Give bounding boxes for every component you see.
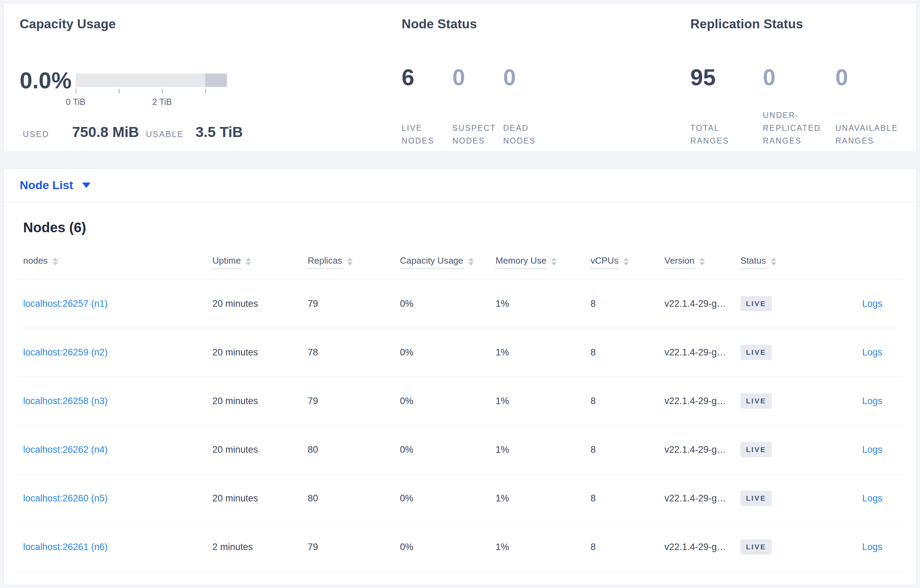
replicas-cell: 80 [308,493,400,504]
under-replicated-ranges-stat: 0 UNDER-REPLICATED RANGES [763,65,826,147]
logs-link[interactable]: Logs [862,396,882,406]
stat-label: UNDER-REPLICATED RANGES [763,109,826,147]
capacity-bar-tail [205,73,227,87]
capacity-usage-cell: 0% [400,444,496,455]
vcpus-cell: 8 [591,444,664,455]
status-badge: LIVE [740,491,772,506]
capacity-usage-title: Capacity Usage [20,17,382,31]
replicas-cell: 79 [308,299,400,309]
memory-use-cell: 1% [496,542,591,552]
stat-label: SUSPECT NODES [452,122,498,147]
table-row: localhost:26260 (n5) 20 minutes 80 0% 1%… [17,474,903,523]
usable-label: USABLE [146,129,184,139]
used-value: 750.8 MiB [72,124,139,141]
uptime-cell: 20 minutes [212,347,308,358]
capacity-usage-cell: 0% [400,542,496,552]
chevron-down-icon [82,183,91,188]
usable-value: 3.5 TiB [196,124,243,141]
replication-status-title: Replication Status [690,17,803,31]
stat-label: UNAVAILABLE RANGES [836,122,898,147]
uptime-cell: 20 minutes [212,299,308,309]
stat-value: 6 [402,65,447,89]
column-header-replicas[interactable]: Replicas [308,255,400,269]
replicas-cell: 79 [308,396,400,407]
view-selector-bar: Node List [4,169,916,202]
table-row: localhost:26257 (n1) 20 minutes 79 0% 1%… [17,279,903,328]
sort-icon [624,258,629,265]
memory-use-cell: 1% [496,347,591,358]
column-header-memory-use[interactable]: Memory Use [496,255,591,269]
column-header-version[interactable]: Version [664,255,740,269]
node-link[interactable]: localhost:26259 (n2) [23,347,108,357]
suspect-nodes-stat: 0 SUSPECT NODES [452,65,498,147]
status-badge: LIVE [740,540,772,554]
replication-status-section: Replication Status 95 TOTAL RANGES 0 UND… [690,17,803,31]
total-ranges-stat: 95 TOTAL RANGES [690,65,753,147]
column-header-uptime[interactable]: Uptime [212,255,308,269]
vcpus-cell: 8 [591,299,664,309]
sort-icon [52,258,58,265]
view-selector[interactable]: Node List [20,178,91,192]
table-row: localhost:26259 (n2) 20 minutes 78 0% 1%… [17,328,903,377]
node-link[interactable]: localhost:26262 (n4) [23,444,108,455]
table-row: localhost:26258 (n3) 20 minutes 79 0% 1%… [17,377,903,425]
memory-use-cell: 1% [496,444,591,455]
logs-link[interactable]: Logs [862,542,882,552]
logs-link[interactable]: Logs [862,444,882,455]
column-header-capacity-usage[interactable]: Capacity Usage [400,255,496,269]
logs-link[interactable]: Logs [862,347,882,357]
version-cell: v22.1.4-29-g… [664,347,740,358]
version-cell: v22.1.4-29-g… [664,396,740,407]
sort-icon [771,258,776,265]
sort-icon [347,258,353,265]
capacity-bar [76,73,227,87]
dead-nodes-stat: 0 DEAD NODES [503,65,548,147]
uptime-cell: 20 minutes [212,396,308,407]
node-list-panel: Node List Nodes (6) nodes Uptime Replica… [3,168,917,585]
unavailable-ranges-stat: 0 UNAVAILABLE RANGES [836,65,898,147]
column-header-vcpus[interactable]: vCPUs [591,255,664,269]
version-cell: v22.1.4-29-g… [664,493,740,504]
column-header-status[interactable]: Status [740,255,828,269]
replicas-cell: 80 [308,444,400,455]
node-link[interactable]: localhost:26261 (n6) [23,542,108,552]
vcpus-cell: 8 [591,347,664,358]
table-row: localhost:26262 (n4) 20 minutes 80 0% 1%… [17,425,903,474]
logs-link[interactable]: Logs [862,493,882,504]
vcpus-cell: 8 [591,493,664,504]
node-link[interactable]: localhost:26260 (n5) [23,493,108,504]
version-cell: v22.1.4-29-g… [664,444,740,455]
node-link[interactable]: localhost:26258 (n3) [23,396,108,406]
gauge-tick [162,89,163,94]
node-status-section: Node Status 6 LIVE NODES 0 SUSPECT NODES… [402,17,477,31]
stat-value: 0 [503,65,548,89]
column-header-nodes[interactable]: nodes [23,255,212,269]
gauge-tick-label: 0 TiB [66,97,86,107]
stat-label: TOTAL RANGES [690,122,753,147]
capacity-gauge: 0 TiB 2 TiB [76,67,227,94]
used-label: USED [23,129,49,139]
gauge-tick [119,89,120,94]
sort-icon [551,258,557,265]
capacity-usage-cell: 0% [400,493,496,504]
table-row: localhost:26261 (n6) 2 minutes 79 0% 1% … [17,523,903,572]
nodes-table-title: Nodes (6) [23,220,903,235]
memory-use-cell: 1% [496,493,591,504]
node-status-title: Node Status [402,17,477,31]
uptime-cell: 2 minutes [212,542,308,552]
status-badge: LIVE [740,345,772,360]
stat-label: LIVE NODES [402,122,447,147]
nodes-table: Nodes (6) nodes Uptime Replicas Capacity… [4,220,916,585]
logs-link[interactable]: Logs [862,299,882,309]
stat-value: 95 [690,65,753,89]
uptime-cell: 20 minutes [212,493,308,504]
sort-icon [246,258,251,265]
gauge-tick [205,89,206,94]
capacity-percent: 0.0% [20,67,76,94]
table-header-row: nodes Uptime Replicas Capacity Usage Mem… [17,255,903,279]
replicas-cell: 79 [308,542,400,552]
replicas-cell: 78 [308,347,400,358]
node-link[interactable]: localhost:26257 (n1) [23,299,108,309]
cluster-summary-panel: Capacity Usage 0.0% 0 TiB 2 TiB USED 750… [3,3,917,152]
capacity-usage-cell: 0% [400,299,496,309]
